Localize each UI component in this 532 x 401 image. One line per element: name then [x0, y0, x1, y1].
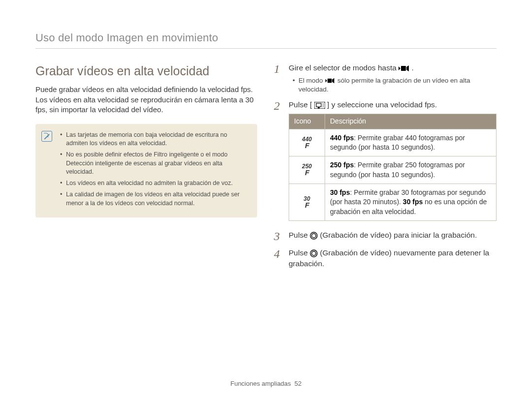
step-4: 4 Pulse (Grabación de vídeo) nuevamente …: [274, 247, 497, 269]
step-1: 1 Gire el selector de modos hasta . El m…: [274, 62, 497, 94]
step-text: Pulse: [289, 231, 310, 239]
step-2: 2 Pulse [ ] y seleccione una velocidad f…: [274, 99, 497, 221]
record-button-icon: [310, 232, 318, 240]
note-bullet: No es posible definir efectos de Filtro …: [60, 151, 249, 176]
step-body: Pulse (Grabación de vídeo) para iniciar …: [289, 230, 497, 243]
footer-section: Funciones ampliadas: [231, 380, 291, 387]
svg-rect-7: [316, 103, 321, 107]
intro-paragraph: Puede grabar vídeos en alta velocidad de…: [35, 85, 257, 115]
step-number: 2: [274, 99, 284, 221]
movie-mode-icon: [399, 65, 409, 72]
fps-icon: 30 F: [289, 184, 325, 220]
step-number: 1: [274, 62, 284, 94]
right-column: 1 Gire el selector de modos hasta . El m…: [274, 62, 497, 274]
table-row: 440 F 440 fps: Permite grabar 440 fotogr…: [289, 129, 497, 156]
step-body: Pulse [ ] y seleccione una velocidad fps…: [289, 99, 497, 221]
svg-marker-3: [326, 79, 327, 83]
step-body: Gire el selector de modos hasta . El mod…: [289, 62, 497, 94]
record-button-icon: [310, 249, 318, 257]
fps-description: 250 fps: Permite grabar 250 fotogramas p…: [325, 156, 497, 184]
two-column-layout: Grabar vídeos en alta velocidad Puede gr…: [35, 62, 497, 274]
step-text: .: [411, 63, 413, 72]
fps-description: 440 fps: Permite grabar 440 fotogramas p…: [325, 129, 497, 156]
section-title: Grabar vídeos en alta velocidad: [35, 62, 257, 80]
step-text: Pulse: [289, 248, 310, 257]
step-text: Gire el selector de modos hasta: [289, 63, 399, 72]
page-header: Uso del modo Imagen en movimiento: [35, 31, 497, 45]
page-footer: Funciones ampliadas 52: [0, 379, 532, 388]
table-header: Icono: [289, 114, 325, 129]
table-row: 30 F 30 fps: Permite grabar 30 fotograma…: [289, 184, 497, 220]
svg-rect-1: [401, 66, 406, 71]
step-text: (Grabación de vídeo) para iniciar la gra…: [320, 231, 477, 239]
svg-marker-5: [332, 78, 334, 83]
svg-marker-2: [406, 65, 409, 71]
display-button-icon: [314, 102, 325, 109]
step-text: Pulse [: [289, 100, 312, 109]
note-bullet: Los vídeos en alta velocidad no admiten …: [60, 179, 249, 187]
svg-rect-8: [318, 107, 320, 108]
note-bullet: La calidad de imagen de los vídeos en al…: [60, 190, 249, 208]
table-header: Descripción: [325, 114, 497, 129]
manual-page: Uso del modo Imagen en movimiento Grabar…: [0, 0, 532, 401]
step-text: (Grabación de vídeo) nuevamente para det…: [289, 248, 489, 267]
table-row: 250 F 250 fps: Permite grabar 250 fotogr…: [289, 156, 497, 184]
note-box: Las tarjetas de memoria con baja velocid…: [35, 124, 257, 217]
fps-icon: 440 F: [289, 129, 325, 156]
step-text: ] y seleccione una velocidad fps.: [327, 100, 437, 109]
note-icon: [41, 131, 52, 142]
step-number: 3: [274, 230, 284, 243]
fps-icon: 250 F: [289, 156, 325, 184]
step-sub-bullet: El modo sólo permite la grabación de un …: [293, 76, 497, 94]
sub-bullet-item: El modo sólo permite la grabación de un …: [293, 76, 497, 94]
step-3: 3 Pulse (Grabación de vídeo) para inicia…: [274, 230, 497, 243]
left-column: Grabar vídeos en alta velocidad Puede gr…: [35, 62, 257, 274]
step-body: Pulse (Grabación de vídeo) nuevamente pa…: [289, 247, 497, 269]
svg-point-15: [312, 251, 316, 256]
movie-mode-icon: [325, 78, 335, 84]
svg-rect-4: [328, 79, 332, 83]
fps-table: Icono Descripción 440 F 440 fps: Permite…: [289, 114, 497, 221]
step-number: 4: [274, 247, 284, 269]
footer-page-number: 52: [295, 380, 301, 387]
note-bullet: Las tarjetas de memoria con baja velocid…: [60, 131, 249, 148]
note-bullet-list: Las tarjetas de memoria con baja velocid…: [60, 131, 249, 208]
svg-point-13: [312, 233, 316, 238]
table-header-row: Icono Descripción: [289, 114, 497, 129]
fps-description: 30 fps: Permite grabar 30 fotogramas por…: [325, 184, 497, 220]
divider: [35, 48, 497, 49]
svg-marker-0: [399, 66, 400, 70]
